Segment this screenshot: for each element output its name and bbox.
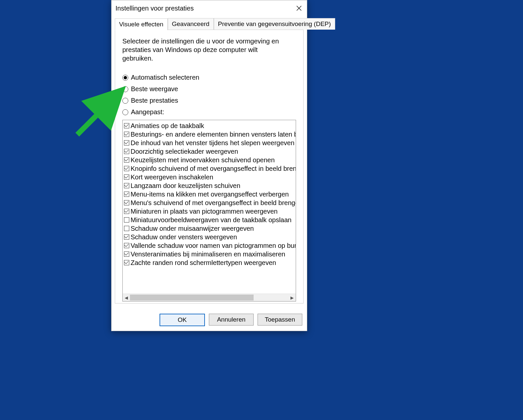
tab-strip: Visuele effecten Geavanceerd Preventie v… (115, 18, 304, 30)
tab-advanced[interactable]: Geavanceerd (168, 18, 214, 30)
checkbox-label: Knopinfo schuivend of met overgangseffec… (131, 164, 296, 173)
checkbox-label: Vallende schaduw voor namen van pictogra… (131, 241, 296, 250)
checkbox-label: Miniatuurvoorbeeldweergaven van de taakb… (131, 216, 291, 224)
tab-visual-effects[interactable]: Visuele effecten (115, 18, 168, 30)
titlebar: Instellingen voor prestaties (112, 0, 307, 16)
radio-auto-row[interactable]: Automatisch selecteren (122, 74, 296, 81)
checkbox-label: Doorzichtig selectiekader weergeven (131, 147, 238, 156)
checkbox[interactable] (124, 217, 129, 223)
list-item[interactable]: Schaduw onder vensters weergeven (124, 233, 294, 241)
cancel-button[interactable]: Annuleren (209, 314, 254, 326)
list-item[interactable]: Miniatuurvoorbeeldweergaven van de taakb… (124, 216, 294, 224)
list-item[interactable]: Keuzelijsten met invoervakken schuivend … (124, 156, 294, 164)
scroll-right-arrow-icon[interactable]: ▶ (288, 294, 296, 301)
checkbox[interactable] (124, 209, 129, 214)
checkbox[interactable] (124, 140, 129, 145)
radio-custom[interactable] (122, 109, 128, 115)
checkbox-label: Animaties op de taakbalk (131, 121, 204, 130)
checkbox[interactable] (124, 243, 129, 248)
checkbox[interactable] (124, 149, 129, 154)
checkbox[interactable] (124, 251, 129, 257)
list-item[interactable]: Zachte randen rond schermlettertypen wee… (124, 258, 294, 267)
checkbox[interactable] (124, 200, 129, 205)
close-button[interactable] (291, 0, 307, 16)
checkbox-label: Vensteranimaties bij minimaliseren en ma… (131, 250, 285, 258)
list-item[interactable]: Doorzichtig selectiekader weergeven (124, 147, 294, 156)
list-item[interactable]: Vallende schaduw voor namen van pictogra… (124, 241, 294, 250)
checkbox-label: Zachte randen rond schermlettertypen wee… (131, 258, 276, 267)
list-item[interactable]: Menu-items na klikken met overgangseffec… (124, 190, 294, 198)
scroll-track[interactable] (130, 294, 288, 301)
list-item[interactable]: Knopinfo schuivend of met overgangseffec… (124, 164, 294, 173)
checkbox[interactable] (124, 174, 129, 180)
radio-best-performance[interactable] (122, 98, 128, 104)
tabs-container: Visuele effecten Geavanceerd Preventie v… (115, 18, 304, 303)
tab-dep[interactable]: Preventie van gegevensuitvoering (DEP) (214, 18, 335, 30)
checkbox-label: Menu-items na klikken met overgangseffec… (131, 190, 289, 198)
tab-panel-visual-effects: Selecteer de instellingen die u voor de … (115, 30, 304, 303)
dialog-button-bar: OK Annuleren Toepassen (160, 314, 302, 326)
scroll-left-arrow-icon[interactable]: ◀ (123, 294, 130, 301)
checkbox[interactable] (124, 226, 129, 231)
list-item[interactable]: Besturings- en andere elementen binnen v… (124, 130, 294, 139)
list-item[interactable]: Kort weergeven inschakelen (124, 173, 294, 181)
apply-button[interactable]: Toepassen (258, 314, 302, 326)
checkbox-label: Langzaam door keuzelijsten schuiven (131, 181, 240, 190)
radio-custom-label: Aangepast: (131, 108, 164, 116)
checkbox[interactable] (124, 132, 129, 137)
checkbox-label: Kort weergeven inschakelen (131, 173, 213, 181)
radio-best-appearance-row[interactable]: Beste weergave (122, 85, 296, 93)
list-item[interactable]: Menu's schuivend of met overgangseffect … (124, 198, 294, 207)
checkbox[interactable] (124, 157, 129, 163)
checkbox-label: Menu's schuivend of met overgangseffect … (131, 198, 296, 207)
horizontal-scrollbar[interactable]: ◀ ▶ (123, 294, 296, 301)
performance-options-dialog: Instellingen voor prestaties Visuele eff… (111, 0, 307, 331)
radio-best-performance-row[interactable]: Beste prestaties (122, 97, 296, 104)
checkbox[interactable] (124, 260, 129, 265)
checkbox-label: De inhoud van het venster tijdens het sl… (131, 139, 294, 147)
checkbox-label: Miniaturen in plaats van pictogrammen we… (131, 207, 278, 216)
checkbox[interactable] (124, 192, 129, 197)
list-item[interactable]: Langzaam door keuzelijsten schuiven (124, 181, 294, 190)
list-item[interactable]: De inhoud van het venster tijdens het sl… (124, 139, 294, 147)
radio-auto[interactable] (122, 75, 128, 81)
scroll-thumb[interactable] (130, 295, 254, 301)
checkbox[interactable] (124, 166, 129, 171)
checkbox-label: Besturings- en andere elementen binnen v… (131, 130, 296, 139)
checkbox[interactable] (124, 234, 129, 240)
checkbox-label: Schaduw onder muisaanwijzer weergeven (131, 224, 254, 233)
radio-best-appearance[interactable] (122, 86, 128, 92)
checkbox-label: Keuzelijsten met invoervakken schuivend … (131, 156, 275, 164)
intro-text: Selecteer de instellingen die u voor de … (122, 37, 287, 63)
list-item[interactable]: Miniaturen in plaats van pictogrammen we… (124, 207, 294, 216)
close-icon (296, 6, 302, 11)
checkbox[interactable] (124, 123, 129, 128)
radio-custom-row[interactable]: Aangepast: (122, 108, 296, 116)
list-item[interactable]: Animaties op de taakbalk (124, 121, 294, 130)
checkbox-label: Schaduw onder vensters weergeven (131, 233, 237, 241)
effects-listbox[interactable]: Animaties op de taakbalkBesturings- en a… (122, 120, 296, 302)
checkbox[interactable] (124, 183, 129, 188)
list-item[interactable]: Schaduw onder muisaanwijzer weergeven (124, 224, 294, 233)
effects-list-items: Animaties op de taakbalkBesturings- en a… (123, 120, 296, 267)
radio-auto-label: Automatisch selecteren (131, 74, 199, 81)
dialog-title: Instellingen voor prestaties (115, 5, 291, 12)
radio-best-performance-label: Beste prestaties (131, 97, 178, 104)
list-item[interactable]: Vensteranimaties bij minimaliseren en ma… (124, 250, 294, 258)
radio-best-appearance-label: Beste weergave (131, 85, 178, 93)
ok-button[interactable]: OK (160, 314, 205, 326)
appearance-radio-group: Automatisch selecteren Beste weergave Be… (122, 74, 296, 116)
